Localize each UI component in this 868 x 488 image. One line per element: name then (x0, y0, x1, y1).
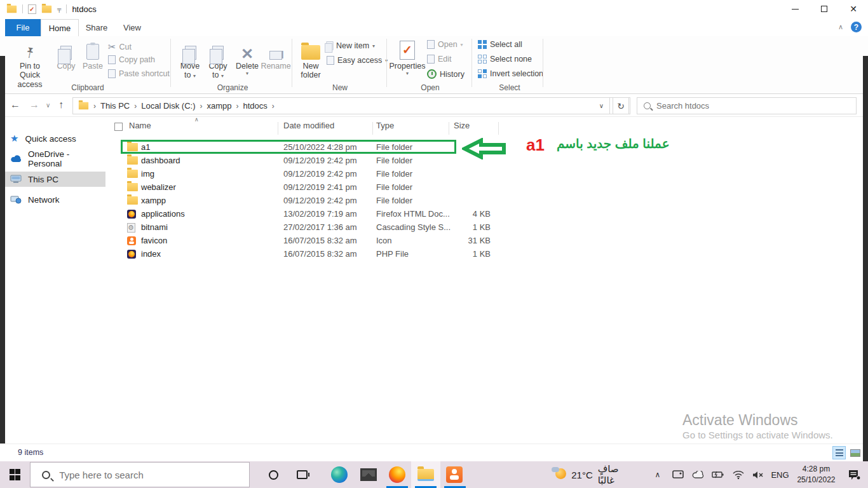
crumb-htdocs[interactable]: htdocs (243, 101, 268, 111)
file-row-applications[interactable]: applications 13/02/2019 7:19 am Firefox … (111, 207, 505, 220)
file-row-favicon[interactable]: favicon 16/07/2015 8:32 am Icon 31 KB (111, 234, 505, 247)
back-button[interactable]: ← (10, 99, 20, 111)
file-row-bitnami[interactable]: bitnami 27/02/2017 1:36 am Cascading Sty… (111, 220, 505, 234)
file-row-a1[interactable]: a1 25/10/2022 4:28 pm File folder (111, 140, 505, 154)
sidebar-item-onedrive[interactable]: OneDrive - Personal (0, 151, 105, 166)
action-center-button[interactable] (841, 461, 868, 488)
file-date: 16/07/2015 8:32 am (283, 236, 357, 245)
invert-selection-button[interactable]: Invert selection (478, 69, 543, 78)
activate-windows-watermark: Activate Windows (682, 412, 798, 429)
recent-locations-icon[interactable]: ∨ (46, 102, 50, 109)
close-button[interactable]: ✕ (839, 0, 868, 18)
file-row-dashboard[interactable]: dashboard 09/12/2019 2:42 pm File folder (111, 154, 505, 167)
qat-customize-icon[interactable]: ╤ (57, 6, 61, 12)
help-icon[interactable]: ? (851, 22, 862, 32)
copy-button[interactable]: Copy (53, 38, 79, 71)
thumbnail-view-button[interactable] (848, 446, 862, 459)
hidden-icons-button[interactable]: ∧ (647, 461, 668, 488)
file-row-webalizer[interactable]: webalizer 09/12/2019 2:41 pm File folder (111, 180, 505, 194)
crumb-xampp[interactable]: xampp (207, 101, 231, 111)
file-date: 09/12/2019 2:41 pm (283, 182, 357, 192)
tab-view[interactable]: View (114, 19, 150, 36)
tab-file[interactable]: File (5, 19, 41, 36)
cortana-button[interactable] (259, 461, 287, 488)
taskbar-search-box[interactable] (30, 462, 250, 487)
qat-properties-icon[interactable] (28, 4, 36, 14)
new-folder-label: New (302, 62, 318, 71)
search-input[interactable] (656, 101, 834, 111)
sidebar-item-network[interactable]: Network (0, 192, 105, 207)
taskbar-mail-button[interactable] (354, 461, 383, 488)
minimize-button[interactable] (780, 0, 810, 18)
taskbar-weather-button[interactable]: 21°C صافٍ غالبًا (552, 461, 637, 488)
collapse-ribbon-icon[interactable]: ∧ (838, 23, 843, 31)
taskbar-edge-button[interactable] (325, 461, 354, 488)
delete-button[interactable]: ✕ Delete ▾ (234, 38, 261, 77)
crumb-local-disk[interactable]: Local Disk (C:) (141, 101, 195, 111)
copy-path-button[interactable]: Copy path (108, 55, 155, 64)
taskbar-explorer-button[interactable] (411, 461, 440, 488)
battery-tray-button[interactable] (708, 461, 728, 488)
paste-shortcut-button[interactable]: Paste shortcut (108, 69, 170, 78)
close-icon: ✕ (850, 4, 857, 13)
file-row-index[interactable]: index 16/07/2015 8:32 am PHP File 1 KB (111, 247, 505, 261)
start-button[interactable] (0, 461, 30, 488)
file-row-img[interactable]: img 09/12/2019 2:42 pm File folder (111, 167, 505, 180)
column-header-size[interactable]: Size (454, 121, 470, 130)
location-folder-icon (79, 102, 88, 110)
column-header-name[interactable]: Name (129, 121, 151, 130)
pin-to-quick-access-button[interactable]: 📌︎ Pin to Quick access (9, 38, 51, 89)
select-all-button[interactable]: Select all (478, 40, 522, 49)
cut-button[interactable]: ✂Cut (108, 41, 132, 53)
column-header-date[interactable]: Date modified (283, 121, 334, 130)
paste-button[interactable]: Paste (80, 38, 105, 71)
new-folder-button[interactable]: New folder (296, 38, 325, 80)
maximize-button[interactable] (810, 0, 839, 18)
refresh-button[interactable]: ↻ (613, 97, 629, 114)
breadcrumb[interactable]: › This PC › Local Disk (C:) › xampp › ht… (72, 97, 630, 114)
list-view-button[interactable] (832, 446, 846, 459)
open-group-label: Open (390, 83, 470, 92)
tab-share[interactable]: Share (79, 19, 114, 36)
taskbar-firefox-button[interactable] (383, 461, 411, 488)
cast-tray-button[interactable] (668, 461, 688, 488)
file-explorer-icon (417, 469, 434, 481)
properties-button[interactable]: Properties ▾ (390, 38, 424, 77)
activate-windows-watermark-sub: Go to Settings to activate Windows. (682, 430, 833, 440)
taskbar-xampp-button[interactable] (440, 461, 469, 488)
rename-button[interactable]: Rename (261, 38, 291, 71)
file-row-xampp[interactable]: xampp 09/12/2019 2:42 pm File folder (111, 194, 505, 207)
firefox-icon (389, 466, 405, 483)
tab-home[interactable]: Home (41, 19, 79, 36)
crumb-this-pc[interactable]: This PC (100, 101, 130, 111)
easy-access-button[interactable]: Easy access▾ (327, 56, 388, 65)
move-to-button[interactable]: ← Move to ▾ (177, 38, 203, 80)
history-button[interactable]: History (427, 69, 465, 79)
edit-button[interactable]: Edit (427, 55, 452, 64)
organize-group-label: Organize (177, 83, 288, 92)
onedrive-tray-button[interactable] (688, 461, 708, 488)
sidebar-item-this-pc[interactable]: This PC (0, 172, 105, 187)
taskbar-search-input[interactable] (59, 470, 224, 480)
copy-to-button[interactable]: Copy to ▾ (205, 38, 231, 80)
task-view-button[interactable] (288, 461, 316, 488)
select-none-button[interactable]: Select none (478, 55, 532, 64)
open-button[interactable]: Open▾ (427, 40, 463, 49)
column-header-type[interactable]: Type (376, 121, 394, 130)
address-dropdown-button[interactable]: ∨ (593, 97, 610, 114)
file-name: a1 (141, 142, 150, 152)
up-button[interactable]: ↑ (58, 99, 64, 111)
delete-label: Delete (236, 62, 259, 71)
forward-button[interactable]: → (29, 99, 39, 111)
new-item-button[interactable]: New item▾ (327, 41, 375, 50)
wifi-tray-button[interactable] (728, 461, 748, 488)
volume-tray-button[interactable] (748, 461, 768, 488)
clock[interactable]: 4:28 pm 25/10/2022 (792, 461, 841, 488)
new-item-label: New item (336, 41, 369, 50)
sidebar-item-quick-access[interactable]: ★ Quick access (0, 131, 105, 146)
language-indicator[interactable]: ENG (768, 461, 792, 488)
select-all-checkbox[interactable] (114, 123, 123, 131)
search-box[interactable] (637, 97, 857, 114)
open-icon (427, 40, 435, 49)
qat-new-folder-icon[interactable] (42, 5, 51, 13)
